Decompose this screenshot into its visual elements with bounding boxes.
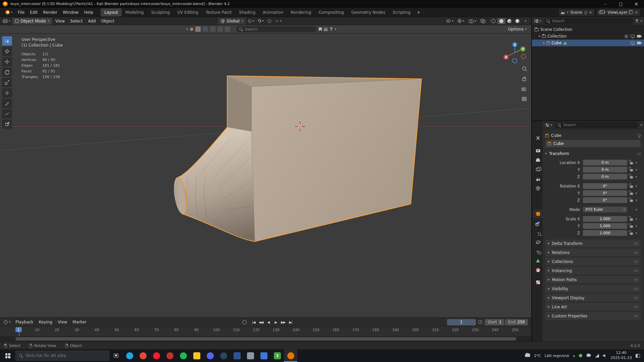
collapse-tool-settings-icon[interactable]: ▾: [187, 28, 188, 31]
network-icon[interactable]: [595, 354, 599, 358]
taskbar-app[interactable]: [123, 349, 136, 362]
number-field[interactable]: 1.000: [583, 216, 627, 222]
number-field[interactable]: 1.000: [583, 223, 627, 229]
filter-icon[interactable]: [330, 28, 333, 31]
properties-section[interactable]: ▸ Relations: [545, 249, 641, 256]
weather-temp[interactable]: 2°C: [534, 354, 541, 358]
lock-icon[interactable]: [630, 169, 633, 171]
lock-icon[interactable]: [630, 232, 633, 235]
select-mode-invert-button[interactable]: [217, 27, 223, 32]
new-view-layer-icon[interactable]: [630, 11, 633, 14]
tab-scene[interactable]: [533, 174, 543, 183]
timeline-menu-item[interactable]: Playback: [13, 319, 36, 325]
workspace-tab[interactable]: Scripting: [389, 8, 414, 16]
shading-material-button[interactable]: [505, 18, 513, 24]
tab-texture[interactable]: [533, 278, 543, 287]
lock-icon[interactable]: [630, 193, 633, 195]
ortho-toggle-button[interactable]: [522, 97, 526, 101]
taskbar-app[interactable]: [150, 349, 163, 362]
taskbar-app[interactable]: [230, 349, 244, 362]
gizmo-minus-x-ball[interactable]: [522, 54, 526, 59]
properties-section[interactable]: ▸ Collections: [545, 258, 641, 265]
number-field[interactable]: 0°: [583, 190, 627, 196]
taskbar-search-input[interactable]: [26, 353, 106, 358]
tool-measure[interactable]: [2, 109, 12, 118]
list-icon[interactable]: [324, 28, 328, 31]
tool-transform[interactable]: [2, 88, 12, 98]
mode-dropdown[interactable]: Object Mode ▾: [12, 18, 52, 24]
tab-view-layer[interactable]: [533, 165, 543, 174]
object-name-field[interactable]: Cube: [545, 140, 641, 147]
weather-desc[interactable]: Lätt regn/snö: [545, 354, 569, 358]
tab-particles[interactable]: [533, 228, 543, 237]
tab-object-data[interactable]: [533, 256, 543, 265]
properties-section[interactable]: ▸ Motion Paths: [545, 276, 641, 283]
tool-scale[interactable]: [2, 78, 12, 87]
viewport-menu-item[interactable]: Select: [67, 18, 85, 24]
preview-range-toggle[interactable]: [477, 319, 484, 325]
workspace-tab[interactable]: Rendering: [287, 8, 315, 16]
taskbar-app[interactable]: [217, 349, 230, 362]
navigation-gizmo[interactable]: X Y Z: [504, 42, 526, 63]
onedrive-icon[interactable]: [587, 355, 591, 357]
lock-icon[interactable]: [630, 225, 633, 228]
animate-dot-icon[interactable]: [636, 200, 637, 201]
unlink-scene-icon[interactable]: ×: [589, 10, 592, 14]
properties-section[interactable]: ▸ Instancing: [545, 267, 641, 274]
timeline-editor-type-button[interactable]: ▾: [2, 319, 12, 325]
workspace-tab[interactable]: Compositing: [315, 8, 347, 16]
taskbar-app[interactable]: [203, 349, 217, 362]
transform-panel-header[interactable]: ▾ Transform: [545, 150, 641, 157]
transport-button[interactable]: ▶▶: [280, 319, 287, 325]
rotation-mode-dropdown[interactable]: XYZ Euler ▾: [583, 207, 627, 212]
animate-dot-icon[interactable]: [636, 232, 637, 234]
lock-icon[interactable]: [630, 162, 633, 164]
taskbar-app[interactable]: [284, 349, 297, 362]
tab-tool[interactable]: [533, 134, 543, 142]
snap-dropdown[interactable]: ▾: [256, 18, 265, 24]
tab-modifiers[interactable]: [533, 219, 543, 227]
disclosure-triangle-icon[interactable]: ▸: [543, 42, 545, 45]
disable-viewport-icon[interactable]: [631, 42, 635, 44]
tab-world[interactable]: [533, 184, 543, 193]
transport-button[interactable]: |◀: [250, 319, 257, 325]
disable-viewport-icon[interactable]: [631, 35, 635, 38]
remove-view-layer-icon[interactable]: ×: [635, 10, 638, 14]
transport-button[interactable]: ◀: [265, 319, 272, 325]
animate-dot-icon[interactable]: [636, 169, 637, 170]
shading-dropdown[interactable]: ▾: [522, 18, 530, 24]
tray-status-icon[interactable]: [579, 354, 582, 357]
timeline-ruler[interactable]: 1102030405060708090100110120130140150160…: [0, 326, 531, 342]
maximize-button[interactable]: □: [613, 0, 629, 8]
clock[interactable]: 12:40 2025-01-23: [610, 351, 632, 361]
number-field[interactable]: 0°: [583, 183, 627, 189]
timeline-menu-item[interactable]: Marker: [70, 319, 89, 325]
properties-search[interactable]: [555, 122, 639, 128]
outliner-search-input[interactable]: [552, 19, 631, 23]
outliner-search[interactable]: [544, 18, 633, 24]
properties-section[interactable]: ▸ Custom Properties: [545, 312, 641, 320]
frame-start-field[interactable]: Start 1: [485, 319, 504, 325]
number-field[interactable]: 0°: [583, 197, 627, 203]
timeline-scrollbar[interactable]: [0, 336, 531, 342]
disable-render-icon[interactable]: [637, 35, 641, 38]
action-center-icon[interactable]: [636, 354, 640, 358]
tool-annotate[interactable]: [2, 99, 12, 108]
workspace-tab[interactable]: Shading: [235, 8, 259, 16]
taskbar-app[interactable]: [177, 349, 190, 362]
start-button[interactable]: [0, 349, 15, 362]
lock-icon[interactable]: [630, 176, 633, 178]
gizmos-dropdown[interactable]: ▾: [456, 18, 466, 24]
timeline-scroll-handle[interactable]: [15, 337, 516, 341]
workspace-tab[interactable]: Modeling: [122, 8, 148, 16]
lock-icon[interactable]: [630, 200, 633, 202]
select-mode-set-button[interactable]: [195, 27, 201, 32]
pivot-dropdown[interactable]: ▾: [246, 18, 256, 24]
taskbar-app[interactable]: [257, 349, 270, 362]
tool-search-input[interactable]: [245, 27, 314, 32]
xray-toggle[interactable]: [479, 18, 487, 24]
pin-icon[interactable]: [584, 11, 587, 14]
tab-constraints[interactable]: [533, 247, 543, 256]
scene-selector[interactable]: ▾ Scene ×: [559, 9, 594, 16]
menu-item[interactable]: Render: [40, 9, 60, 16]
